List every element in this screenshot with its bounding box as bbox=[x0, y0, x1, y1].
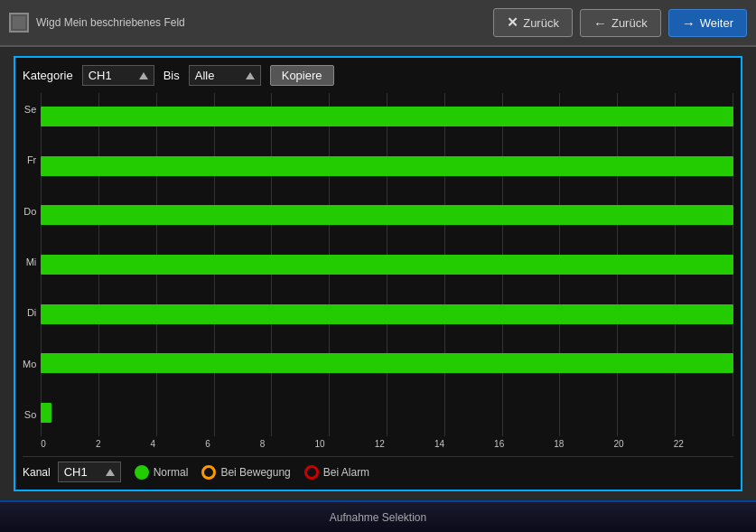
bars-area bbox=[41, 93, 733, 436]
y-label-1: Fr bbox=[23, 144, 36, 176]
zurück-icon: ← bbox=[593, 15, 607, 31]
zurück-label: Zurück bbox=[611, 16, 648, 30]
x-label-3: 6 bbox=[205, 439, 210, 449]
kanal-dropdown-arrow bbox=[139, 72, 148, 79]
kanal-footer-arrow bbox=[106, 469, 115, 476]
chart-footer: Kanal CH1 Normal Bei Bewegung Bei Alarm bbox=[23, 456, 733, 482]
kanal-dropdown[interactable]: CH1 bbox=[82, 65, 154, 86]
chart-header: Kategorie CH1 Bis Alle Kopiere bbox=[23, 65, 733, 86]
x-label-4: 8 bbox=[260, 439, 266, 449]
zurück-button[interactable]: ← Zurück bbox=[580, 9, 661, 37]
x-label-7: 14 bbox=[434, 439, 444, 449]
kanal-footer-label: Kanal bbox=[23, 466, 51, 479]
x-label-0: 0 bbox=[41, 439, 46, 449]
y-label-4: Di bbox=[23, 296, 36, 329]
bar-6 bbox=[41, 403, 51, 423]
bottom-text: Aufnahme Selektion bbox=[330, 511, 426, 524]
legend-alarm: Bei Alarm bbox=[304, 465, 369, 480]
kanal-footer-dropdown[interactable]: CH1 bbox=[58, 462, 121, 482]
x-label-5: 10 bbox=[314, 439, 324, 449]
kanal-value: CH1 bbox=[89, 69, 135, 82]
weiter-button[interactable]: → Weiter bbox=[668, 9, 747, 37]
bar-4 bbox=[41, 304, 733, 324]
legend-normal-text: Normal bbox=[154, 466, 189, 479]
bottom-bar: Aufnahme Selektion bbox=[0, 500, 756, 532]
kategorie-label: Kategorie bbox=[23, 69, 73, 82]
toolbar-checkbox[interactable] bbox=[9, 13, 29, 33]
alle-value: Alle bbox=[195, 69, 241, 82]
toolbar-label: Wigd Mein beschriebenes Feld bbox=[36, 16, 486, 29]
y-label-6: So bbox=[23, 398, 36, 431]
x-label-6: 12 bbox=[375, 439, 385, 449]
bar-3 bbox=[41, 255, 733, 275]
chart-body: Se Fr Do Mi Di Mo So bbox=[23, 93, 733, 449]
alle-dropdown[interactable]: Alle bbox=[189, 65, 261, 86]
y-label-5: Mo bbox=[23, 348, 36, 380]
legend-bewegung-text: Bei Bewegung bbox=[220, 466, 290, 479]
bar-0 bbox=[41, 107, 733, 126]
y-label-2: Do bbox=[23, 195, 36, 228]
bar-row-4 bbox=[41, 290, 733, 338]
cancel-label: Zurück bbox=[523, 16, 559, 30]
weiter-icon: → bbox=[682, 15, 695, 31]
bar-row-6 bbox=[41, 388, 733, 436]
legend-dot-bewegung bbox=[201, 465, 216, 480]
chart-plot-area: 0 2 4 6 8 10 12 14 16 18 20 22 bbox=[41, 93, 733, 449]
bar-2 bbox=[41, 205, 733, 225]
toolbar: Wigd Mein beschriebenes Feld ✕ Zurück ← … bbox=[0, 0, 756, 47]
weiter-label: Weiter bbox=[700, 16, 733, 30]
footer-left: Kanal CH1 bbox=[23, 462, 121, 482]
main-area: Kategorie CH1 Bis Alle Kopiere Se Fr Do … bbox=[0, 47, 756, 500]
legend-normal: Normal bbox=[135, 465, 189, 480]
kanal-footer-value: CH1 bbox=[64, 465, 101, 479]
kopiere-button[interactable]: Kopiere bbox=[270, 65, 334, 86]
bar-row-5 bbox=[41, 340, 733, 387]
y-label-0: Se bbox=[23, 93, 36, 126]
x-label-1: 2 bbox=[96, 439, 101, 449]
bar-1 bbox=[41, 156, 733, 176]
x-label-10: 20 bbox=[614, 439, 624, 449]
cancel-button[interactable]: ✕ Zurück bbox=[493, 8, 573, 37]
cancel-icon: ✕ bbox=[507, 14, 518, 31]
legend-dot-normal bbox=[135, 465, 149, 480]
x-label-11: 22 bbox=[674, 439, 684, 449]
y-axis: Se Fr Do Mi Di Mo So bbox=[23, 93, 41, 449]
bar-5 bbox=[41, 353, 733, 373]
alle-dropdown-arrow bbox=[246, 72, 255, 79]
legend-dot-alarm bbox=[304, 465, 319, 480]
bar-row-3 bbox=[41, 241, 733, 289]
x-label-9: 18 bbox=[554, 439, 564, 449]
bar-row-2 bbox=[41, 191, 733, 239]
bar-row-0 bbox=[41, 93, 733, 141]
legend-bewegung: Bei Bewegung bbox=[201, 465, 290, 480]
x-axis: 0 2 4 6 8 10 12 14 16 18 20 22 bbox=[41, 436, 733, 449]
y-label-3: Mi bbox=[23, 246, 36, 278]
bar-row-1 bbox=[41, 143, 733, 191]
x-label-2: 4 bbox=[151, 439, 156, 449]
x-label-8: 16 bbox=[494, 439, 504, 449]
chart-container: Kategorie CH1 Bis Alle Kopiere Se Fr Do … bbox=[14, 56, 742, 491]
bis-label: Bis bbox=[163, 69, 180, 82]
legend-alarm-text: Bei Alarm bbox=[323, 466, 369, 479]
